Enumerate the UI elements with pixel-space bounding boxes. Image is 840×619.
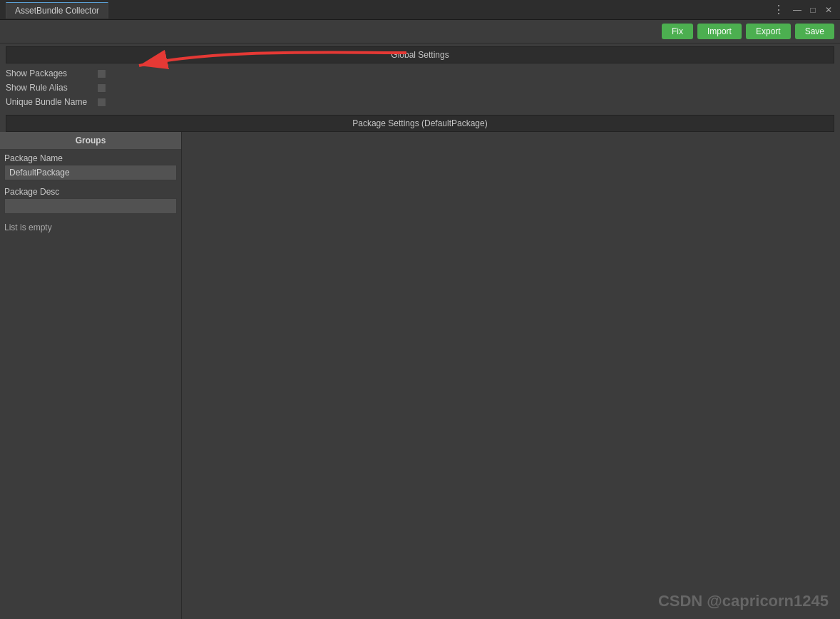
import-button[interactable]: Import — [697, 24, 742, 39]
package-name-label: Package Name — [0, 150, 181, 165]
global-settings-header: Global Settings — [6, 46, 834, 63]
title-bar-controls: ⋮ — □ ✕ — [773, 3, 834, 16]
show-packages-checkbox[interactable] — [97, 69, 106, 78]
package-desc-label: Package Desc — [0, 183, 181, 198]
package-name-input[interactable] — [4, 165, 177, 180]
show-packages-row: Show Packages — [6, 66, 834, 81]
export-button[interactable]: Export — [746, 24, 791, 39]
unique-bundle-name-row: Unique Bundle Name — [6, 95, 834, 109]
main-layout: Groups Package Name Package Desc List is… — [0, 132, 840, 619]
show-packages-label: Show Packages — [6, 68, 91, 78]
save-button[interactable]: Save — [795, 24, 834, 39]
list-empty-text: List is empty — [0, 217, 181, 238]
close-button[interactable]: ✕ — [823, 4, 834, 16]
more-options-icon[interactable]: ⋮ — [773, 3, 784, 16]
fix-button[interactable]: Fix — [662, 24, 693, 39]
show-rule-alias-row: Show Rule Alias — [6, 81, 834, 95]
window-title: AssetBundle Collector — [15, 6, 99, 16]
package-settings-header: Package Settings (DefaultPackage) — [6, 115, 834, 132]
show-rule-alias-checkbox[interactable] — [97, 83, 106, 93]
right-panel — [182, 132, 840, 619]
window-tab: AssetBundle Collector — [6, 2, 108, 19]
minimize-button[interactable]: — — [792, 4, 803, 16]
watermark: CSDN @capricorn1245 — [658, 592, 829, 610]
toolbar: Fix Import Export Save — [0, 20, 840, 44]
unique-bundle-name-checkbox[interactable] — [97, 98, 106, 107]
maximize-button[interactable]: □ — [807, 4, 819, 16]
title-bar: AssetBundle Collector ⋮ — □ ✕ — [0, 0, 840, 20]
package-desc-input[interactable] — [4, 198, 177, 214]
groups-header: Groups — [0, 132, 181, 150]
show-rule-alias-label: Show Rule Alias — [6, 83, 91, 93]
left-panel: Groups Package Name Package Desc List is… — [0, 132, 182, 619]
global-settings-area: Show Packages Show Rule Alias Unique Bun… — [0, 63, 840, 112]
unique-bundle-name-label: Unique Bundle Name — [6, 97, 91, 107]
